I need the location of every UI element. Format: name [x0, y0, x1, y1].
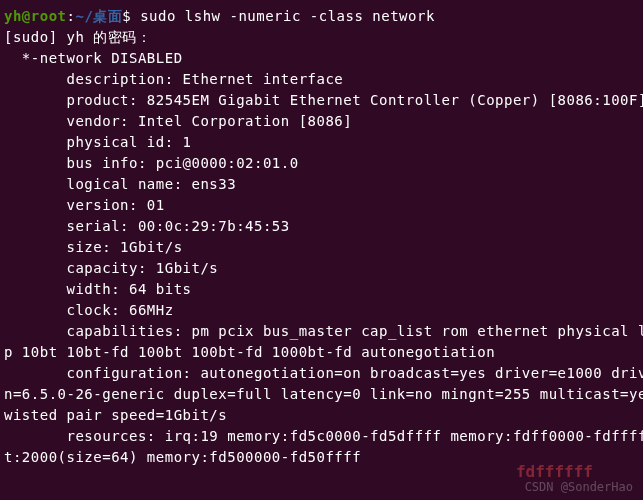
output-line: bus info: pci@0000:02:01.0	[4, 153, 643, 174]
output-line: description: Ethernet interface	[4, 69, 643, 90]
output-line: [sudo] yh 的密码：	[4, 27, 643, 48]
command-text: sudo lshw -numeric -class network	[140, 8, 435, 24]
prompt-dollar: $	[122, 8, 140, 24]
output-line: wisted pair speed=1Gbit/s	[4, 405, 643, 426]
output-line: serial: 00:0c:29:7b:45:53	[4, 216, 643, 237]
prompt-line[interactable]: yh@root:~/桌面$ sudo lshw -numeric -class …	[4, 6, 643, 27]
output-line: size: 1Gbit/s	[4, 237, 643, 258]
watermark-text: CSDN @SonderHao	[525, 478, 633, 496]
prompt-path: ~/桌面	[75, 8, 122, 24]
prompt-at: @	[22, 8, 31, 24]
prompt-user: yh	[4, 8, 22, 24]
output-line: logical name: ens33	[4, 174, 643, 195]
output-line: width: 64 bits	[4, 279, 643, 300]
output-line: configuration: autonegotiation=on broadc…	[4, 363, 643, 384]
output-line: version: 01	[4, 195, 643, 216]
output-line: capacity: 1Gbit/s	[4, 258, 643, 279]
output-line: capabilities: pm pcix bus_master cap_lis…	[4, 321, 643, 342]
output-line: physical id: 1	[4, 132, 643, 153]
output-line: *-network DISABLED	[4, 48, 643, 69]
output-line: vendor: Intel Corporation [8086]	[4, 111, 643, 132]
output-line: resources: irq:19 memory:fd5c0000-fd5dff…	[4, 426, 643, 447]
output-line: n=6.5.0-26-generic duplex=full latency=0…	[4, 384, 643, 405]
output-line: product: 82545EM Gigabit Ethernet Contro…	[4, 90, 643, 111]
output-line: clock: 66MHz	[4, 300, 643, 321]
output-line: p 10bt 10bt-fd 100bt 100bt-fd 1000bt-fd …	[4, 342, 643, 363]
prompt-host: root	[31, 8, 67, 24]
